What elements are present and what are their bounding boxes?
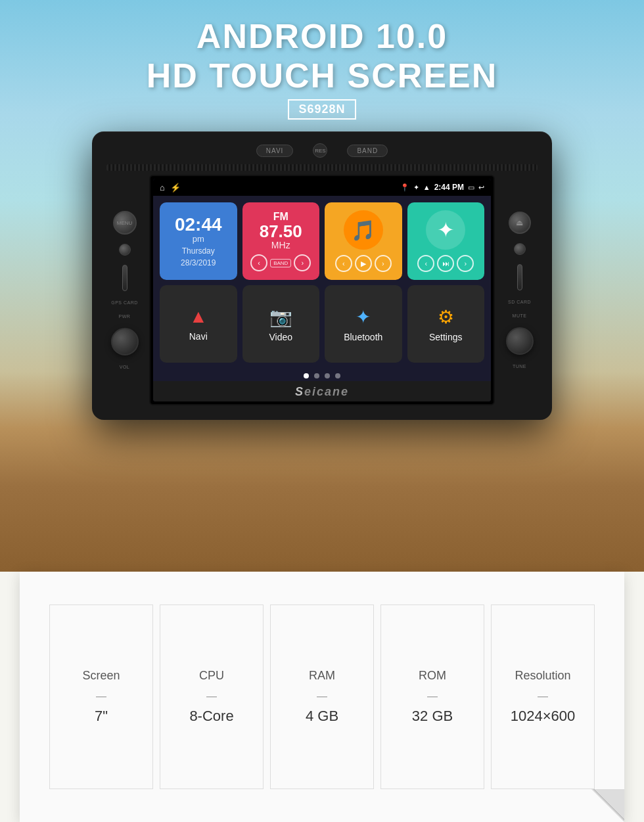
navi-label: Navi: [189, 331, 208, 342]
radio-controls: ‹ BAND ›: [250, 254, 311, 271]
brand-logo: Seicane: [153, 381, 491, 401]
band-label[interactable]: BAND: [270, 259, 291, 267]
spec-item-screen: Screen — 7": [49, 605, 153, 789]
car-radio-device: NAVI RES BAND MENU GPS CARD: [92, 131, 552, 420]
header-text: ANDROID 10.0 HD TOUCH SCREEN S6928N: [0, 16, 644, 120]
location-icon: 📍: [400, 183, 409, 192]
device-top-bar: NAVI RES BAND: [106, 143, 538, 158]
bluetooth-symbol-icon: ✦: [437, 217, 455, 242]
small-knob-right[interactable]: [514, 243, 526, 255]
bt-controls: ‹ ⏭ ›: [417, 255, 474, 272]
screen-bezel: ⌂ ⚡ 📍 ✦ ▲ 2:44 PM ▭ ↩: [149, 175, 495, 405]
radio-frequency: 87.50: [260, 223, 302, 240]
clock-display: 02:44: [175, 216, 222, 234]
bt-icon-circle: ✦: [426, 210, 465, 250]
slider-right[interactable]: [517, 264, 522, 290]
spec-divider-2: —: [317, 691, 327, 702]
home-icon: ⌂: [160, 183, 165, 193]
top-section: ANDROID 10.0 HD TOUCH SCREEN S6928N NAVI…: [0, 0, 644, 572]
spec-item-resolution: Resolution — 1024×600: [491, 605, 595, 789]
clock-day: Thursday: [182, 246, 215, 256]
band-button[interactable]: BAND: [347, 145, 388, 157]
settings-app-tile[interactable]: ⚙ Settings: [407, 285, 485, 363]
status-bar: ⌂ ⚡ 📍 ✦ ▲ 2:44 PM ▭ ↩: [153, 179, 491, 196]
page-dot-1: [304, 373, 309, 378]
spec-value-4: 1024×600: [511, 708, 576, 725]
spec-value-1: 8-Core: [189, 708, 233, 725]
eject-knob[interactable]: ⏏: [509, 212, 531, 234]
navi-arrow-icon: ▲: [189, 306, 208, 327]
clock-tile[interactable]: 02:44 pm Thursday 28/3/2019: [160, 202, 237, 280]
bluetooth-status-icon: ✦: [413, 183, 419, 192]
res-button[interactable]: RES: [313, 143, 327, 158]
paper-curl: [591, 789, 624, 822]
spec-value-3: 32 GB: [412, 708, 453, 725]
spec-label-1: CPU: [199, 669, 224, 683]
page-dot-4: [335, 373, 340, 378]
pwr-label: PWR: [119, 314, 131, 319]
spec-label-4: Resolution: [515, 669, 570, 683]
specs-grid: Screen — 7" CPU — 8-Core RAM — 4 GB ROM …: [46, 591, 598, 802]
status-time: 2:44 PM: [434, 183, 464, 192]
radio-unit: MHz: [271, 240, 290, 250]
navi-app-tile[interactable]: ▲ Navi: [160, 285, 237, 363]
wifi-icon: ▲: [423, 183, 430, 191]
music-next-btn[interactable]: ›: [375, 255, 392, 272]
device-body: MENU GPS CARD PWR VOL: [106, 175, 538, 405]
clock-date: 28/3/2019: [181, 258, 216, 267]
page-dot-2: [314, 373, 319, 378]
bt-play-btn[interactable]: ⏭: [437, 255, 454, 272]
radio-next-btn[interactable]: ›: [294, 254, 311, 271]
battery-icon: ▭: [468, 183, 474, 192]
menu-label: MENU: [117, 220, 133, 226]
music-controls: ‹ ▶ ›: [335, 255, 392, 272]
clock-ampm: pm: [193, 234, 204, 244]
tune-label: TUNE: [513, 364, 526, 369]
page-dot-3: [325, 373, 330, 378]
slider-left[interactable]: [122, 265, 127, 291]
sd-card-label: SD CARD: [508, 300, 531, 304]
spec-label-2: RAM: [309, 669, 335, 683]
status-bar-left: ⌂ ⚡: [160, 183, 181, 193]
back-icon: ↩: [478, 183, 484, 192]
bluetooth-app-icon: ✦: [356, 306, 371, 328]
bt-prev-btn[interactable]: ‹: [417, 255, 434, 272]
video-camera-icon: 📷: [269, 306, 292, 328]
spec-value-2: 4 GB: [306, 708, 338, 725]
radio-prev-btn[interactable]: ‹: [250, 254, 267, 271]
spec-item-rom: ROM — 32 GB: [380, 605, 484, 789]
tune-knob[interactable]: [506, 327, 534, 355]
right-controls: ⏏ SD CARD MUTE TUNE: [501, 212, 538, 369]
spec-divider-3: —: [427, 691, 438, 702]
small-knob-left[interactable]: [119, 244, 131, 256]
specs-paper: Screen — 7" CPU — 8-Core RAM — 4 GB ROM …: [20, 572, 624, 822]
status-bar-right: 📍 ✦ ▲ 2:44 PM ▭ ↩: [400, 183, 484, 192]
menu-knob[interactable]: MENU: [113, 211, 137, 235]
usb-icon: ⚡: [170, 183, 181, 193]
radio-tile[interactable]: FM 87.50 MHz ‹ BAND ›: [242, 202, 320, 280]
music-icon-circle: 🎵: [344, 210, 383, 250]
bt-next-btn[interactable]: ›: [457, 255, 474, 272]
navi-button[interactable]: NAVI: [256, 145, 294, 157]
vol-knob[interactable]: [111, 328, 139, 355]
spec-label-0: Screen: [82, 669, 120, 683]
bluetooth-tile[interactable]: ✦ ‹ ⏭ ›: [407, 202, 485, 280]
spec-divider-0: —: [96, 691, 106, 702]
video-app-tile[interactable]: 📷 Video: [242, 285, 320, 363]
spec-value-0: 7": [95, 708, 108, 725]
settings-gear-icon: ⚙: [438, 306, 454, 328]
bluetooth-app-tile[interactable]: ✦ Bluetooth: [325, 285, 402, 363]
header-line2: HD TOUCH SCREEN: [0, 56, 644, 95]
music-note-icon: 🎵: [351, 219, 375, 242]
device-outer: NAVI RES BAND MENU GPS CARD: [92, 131, 552, 420]
main-screen: ⌂ ⚡ 📍 ✦ ▲ 2:44 PM ▭ ↩: [153, 179, 491, 401]
brand-name: Seicane: [295, 385, 349, 398]
gps-card-label-area: GPS CARD: [111, 300, 138, 305]
specs-section: Screen — 7" CPU — 8-Core RAM — 4 GB ROM …: [0, 572, 644, 822]
music-play-btn[interactable]: ▶: [355, 255, 372, 272]
spec-label-3: ROM: [419, 669, 446, 683]
model-badge: S6928N: [0, 95, 644, 120]
music-prev-btn[interactable]: ‹: [335, 255, 352, 272]
vol-label: VOL: [120, 365, 130, 369]
music-tile[interactable]: 🎵 ‹ ▶ ›: [325, 202, 402, 280]
